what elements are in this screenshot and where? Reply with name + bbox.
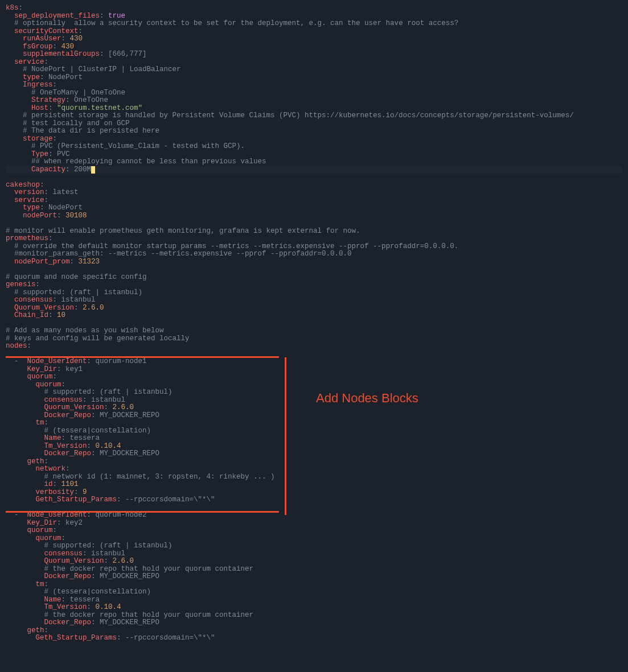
key-sep-deployment-files: sep_deployment_files: [14, 12, 100, 20]
comment: # supported: (raft | istanbul): [44, 388, 173, 396]
key-storage: storage: [23, 135, 53, 143]
comment: # PVC (Persistent_Volume_Claim - tested …: [31, 142, 245, 150]
key-Chain_Id: Chain_Id: [14, 311, 48, 319]
key-Docker_Repo: Docker_Repo: [44, 619, 92, 626]
key-Type: Type: [31, 150, 48, 158]
key-genesis: genesis: [6, 281, 36, 288]
comment: # supported: (raft | istanbul): [14, 288, 142, 296]
annotation-box-bottom: [6, 511, 279, 513]
key-quorum: quorum: [27, 373, 53, 381]
key-Docker_Repo: Docker_Repo: [44, 411, 92, 419]
comment: #monitor_params_geth: --metrics --metric…: [14, 250, 352, 258]
key-id: id: [44, 480, 53, 488]
key-quorum: quorum: [27, 526, 53, 534]
key-nodes: nodes: [6, 342, 27, 350]
key-supplementalGroups: supplementalGroups: [23, 50, 100, 58]
key-Key_Dir: Key_Dir: [27, 365, 58, 373]
key-tm: tm: [36, 580, 44, 588]
annotation-box-top: [6, 356, 279, 358]
key-prometheus: prometheus: [6, 234, 48, 242]
key-Quorum_Version: Quorum_Version: [44, 403, 104, 411]
comment: # test locally and on GCP: [23, 119, 130, 127]
key-version: version: [14, 188, 44, 196]
key-Key_Dir: Key_Dir: [27, 519, 58, 527]
key-Tm_Version: Tm_Version: [44, 442, 87, 450]
text-cursor-icon: [91, 166, 95, 174]
key-Name: Name: [44, 596, 61, 604]
key-nodePort_prom: nodePort_prom: [14, 258, 70, 266]
comment: # supported: (raft | istanbul): [44, 542, 173, 550]
key-type: type: [23, 73, 40, 81]
key-tm: tm: [36, 419, 44, 427]
key-Node_UserIdent: Node_UserIdent: [27, 357, 87, 365]
key-geth: geth: [27, 457, 44, 465]
key-Geth_Startup_Params: Geth_Startup_Params: [36, 496, 117, 504]
comment: # persistent storage is handled by Persi…: [23, 112, 574, 119]
comment: # keys and config will be generated loca…: [6, 335, 190, 343]
comment: # the docker repo that hold your quorum …: [44, 611, 254, 619]
key-Quorum_Version: Quorum_Version: [44, 557, 104, 565]
key-Docker_Repo: Docker_Repo: [44, 450, 92, 457]
key-Tm_Version: Tm_Version: [44, 603, 87, 611]
key-quorum: quorum: [36, 381, 61, 389]
annotation-label: Add Nodes Blocks: [316, 394, 418, 402]
key-verbosity: verbosity: [36, 488, 75, 496]
comment: # optionally allow a security context to…: [14, 19, 458, 27]
comment: # (tessera|constellation): [44, 588, 151, 596]
comment: # monitor will enable prometheus geth mo…: [6, 227, 360, 235]
key-Name: Name: [44, 434, 61, 442]
key-cakeshop: cakeshop: [6, 181, 40, 189]
comment: # override the default monitor startup p…: [14, 242, 458, 250]
key-fsGroup: fsGroup: [23, 43, 53, 51]
key-service: service: [14, 58, 44, 66]
comment: # NodePort | ClusterIP | LoadBalancer: [23, 65, 181, 73]
key-Strategy: Strategy: [31, 96, 65, 104]
key-k8s: k8s: [6, 4, 19, 12]
comment: # network id (1: mainnet, 3: ropsten, 4:…: [44, 473, 275, 481]
key-Capacity: Capacity: [31, 166, 65, 174]
annotation-box-side: [285, 357, 286, 515]
comment: # The data dir is persisted here: [23, 127, 159, 135]
comment: # Add as many nodes as you wish below: [6, 327, 164, 335]
comment: # OneToMany | OneToOne: [31, 89, 125, 97]
key-quorum: quorum: [36, 534, 61, 542]
key-securityContext: securityContext: [14, 27, 79, 35]
code-editor: k8s: sep_deployment_files: true # option…: [6, 5, 622, 642]
key-runAsUser: runAsUser: [23, 35, 61, 43]
key-network: network: [36, 465, 66, 473]
comment: ## when redeploying cannot be less than …: [31, 158, 266, 166]
key-nodePort: nodePort: [23, 212, 57, 220]
key-Host: Host: [31, 104, 48, 112]
key-Quorum_Version: Quorum_Version: [14, 304, 74, 312]
key-consensus: consensus: [14, 296, 53, 304]
comment: # the docker repo that hold your quorum …: [44, 565, 254, 573]
key-consensus: consensus: [44, 396, 83, 404]
key-service: service: [14, 196, 44, 204]
comment: # (tessera|constellation): [44, 427, 151, 435]
key-Geth_Startup_Params: Geth_Startup_Params: [36, 634, 117, 642]
key-Docker_Repo: Docker_Repo: [44, 572, 92, 580]
comment: # quorum and node specific config: [6, 273, 147, 281]
key-geth: geth: [27, 626, 44, 634]
key-consensus: consensus: [44, 550, 83, 558]
key-type: type: [23, 204, 40, 212]
key-Ingress: Ingress: [23, 81, 53, 89]
